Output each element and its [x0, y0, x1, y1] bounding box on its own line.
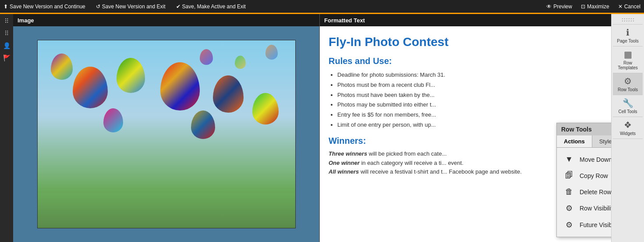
delete-row-item[interactable]: 🗑 Delete Row — [557, 184, 611, 200]
left-sidebar-flag-icon[interactable]: 🚩 — [1, 53, 12, 63]
save-exit-button[interactable]: ↺ Save New Version and Exit — [96, 4, 166, 10]
row-visibility-item[interactable]: ⚙ Row Visibility — [557, 200, 611, 217]
widgets-icon: ❖ — [624, 120, 632, 130]
row-templates-label: Row Templates — [615, 60, 641, 70]
row-tools-icon: ⚙ — [624, 76, 632, 86]
right-sidebar-handle — [613, 16, 643, 25]
left-sidebar-dots-icon[interactable]: ⠿ — [1, 28, 12, 39]
rule-4: Photos may be submitted into either t... — [337, 100, 602, 110]
widgets-button[interactable]: ❖ Widgets — [613, 117, 643, 139]
content-title: Fly-In Photo Contest — [329, 35, 602, 49]
balloon-6 — [51, 53, 73, 80]
save-continue-button[interactable]: ⬆ Save New Version and Continue — [4, 4, 85, 10]
cell-tools-button[interactable]: 🔧 Cell Tools — [613, 95, 643, 117]
toolbar-right-actions: 👁 Preview ⊡ Maximize ✕ Cancel — [546, 4, 640, 10]
left-sidebar-user-icon[interactable]: 👤 — [1, 40, 12, 51]
widgets-label: Widgets — [620, 131, 636, 136]
row-templates-button[interactable]: ▦ Row Templates — [613, 46, 643, 73]
cell-tools-label: Cell Tools — [618, 109, 637, 114]
ground — [38, 193, 295, 228]
balloon-8 — [191, 110, 215, 139]
save-active-button[interactable]: ✔ Save, Make Active and Exit — [176, 4, 246, 10]
tab-style[interactable]: Style — [592, 135, 611, 147]
balloon-2 — [117, 58, 145, 93]
image-panel-header: Image — [13, 14, 319, 26]
maximize-icon: ⊡ — [581, 4, 585, 10]
balloon-4 — [213, 75, 244, 113]
main-area: ⠿ ⠿ 👤 🚩 Image — [0, 14, 644, 242]
balloon-1 — [73, 67, 108, 108]
rule-2: Photos must be from a recent club Fl... — [337, 81, 602, 90]
image-panel: Image — [13, 14, 320, 242]
rules-list: Deadline for photo submissions: March 31… — [329, 71, 602, 130]
rule-5: Entry fee is $5 for non members, free... — [337, 110, 602, 120]
balloon-5 — [252, 93, 279, 125]
row-tools-button[interactable]: ⚙ Row Tools — [613, 73, 643, 95]
cancel-button[interactable]: ✕ Cancel — [618, 4, 640, 10]
cancel-icon: ✕ — [618, 4, 623, 10]
row-tools-label: Row Tools — [618, 87, 638, 92]
cell-tools-icon: 🔧 — [623, 98, 633, 108]
text-panel-header: Formatted Text — [320, 14, 611, 26]
text-panel-body: Fly-In Photo Contest Rules and Use: Dead… — [320, 26, 611, 242]
balloon-far-1 — [200, 49, 213, 65]
page-tools-button[interactable]: ℹ Page Tools — [613, 25, 643, 46]
row-templates-icon: ▦ — [624, 49, 632, 60]
page-tools-label: Page Tools — [617, 39, 638, 43]
left-sidebar-move-icon[interactable]: ⠿ — [1, 16, 12, 26]
popup-header: Row Tools ? ≫ — [557, 123, 611, 135]
future-visibility-label: Future Visibility — [580, 221, 611, 228]
row-visibility-icon: ⚙ — [564, 203, 574, 213]
row-visibility-label: Row Visibility — [580, 205, 611, 212]
future-visibility-item[interactable]: ⚙ Future Visibility — [557, 217, 611, 233]
content-area: Image — [13, 14, 611, 242]
popup-tabs: Actions Style — [557, 135, 611, 148]
copy-row-icon: 🗐 — [564, 171, 574, 180]
delete-row-icon: 🗑 — [564, 187, 574, 196]
left-sidebar: ⠿ ⠿ 👤 🚩 — [0, 14, 13, 242]
row-tools-popup: Row Tools ? ≫ Actions Style ▼ Move Do — [556, 123, 611, 237]
copy-row-label: Copy Row — [580, 172, 608, 179]
rule-1: Deadline for photo submissions: March 31… — [337, 71, 602, 80]
save-exit-icon: ↺ — [96, 4, 100, 10]
text-panel: Formatted Text Fly-In Photo Contest Rule… — [320, 14, 611, 242]
popup-content: ▼ Move Down 🗐 Copy Row 🗑 Delete Row — [557, 148, 611, 237]
balloon-far-3 — [265, 45, 278, 60]
rules-subtitle: Rules and Use: — [329, 56, 602, 66]
page-tools-icon: ℹ — [626, 27, 630, 38]
popup-title: Row Tools — [561, 126, 592, 133]
balloon-far-2 — [235, 56, 246, 69]
maximize-button[interactable]: ⊡ Maximize — [581, 4, 609, 10]
balloon-7 — [103, 108, 123, 132]
right-sidebar: ℹ Page Tools ▦ Row Templates ⚙ Row Tools… — [611, 14, 644, 242]
balloon-image — [37, 40, 296, 228]
balloon-3 — [160, 62, 200, 110]
tab-actions[interactable]: Actions — [557, 135, 592, 147]
delete-row-label: Delete Row — [580, 189, 611, 196]
save-continue-icon: ⬆ — [4, 4, 8, 10]
future-visibility-icon: ⚙ — [564, 220, 574, 230]
move-down-item[interactable]: ▼ Move Down — [557, 151, 611, 167]
rule-3: Photos must have been taken by the... — [337, 91, 602, 100]
move-down-icon: ▼ — [564, 155, 574, 164]
dots-grid — [621, 18, 634, 23]
preview-icon: 👁 — [546, 4, 552, 10]
preview-button[interactable]: 👁 Preview — [546, 4, 572, 10]
save-active-icon: ✔ — [176, 4, 180, 10]
move-down-label: Move Down — [580, 156, 611, 163]
image-panel-body — [13, 26, 319, 242]
top-toolbar: ⬆ Save New Version and Continue ↺ Save N… — [0, 0, 644, 14]
copy-row-item[interactable]: 🗐 Copy Row — [557, 167, 611, 184]
